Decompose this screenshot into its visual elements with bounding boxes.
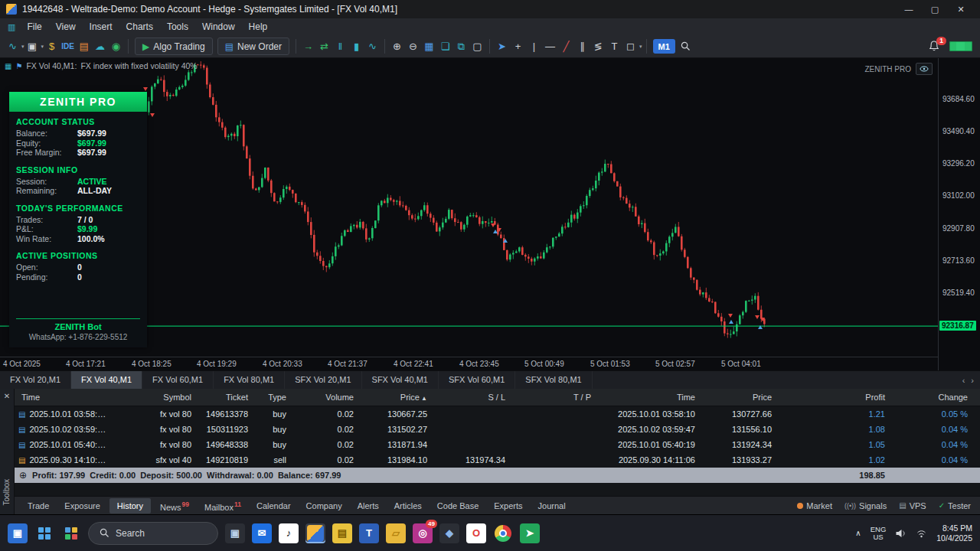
chart-tab-sfx-vol-60-m1[interactable]: SFX Vol 60,M1 [439,371,515,389]
tab-experts[interactable]: Experts [486,498,530,514]
shapes-icon[interactable]: ◻ [622,38,639,55]
tab-mailbox[interactable]: Mailbox11 [197,497,249,515]
instagram-app-icon[interactable]: ◎49 [413,523,433,543]
tabs-scroll-left-icon[interactable]: ‹ [962,376,965,385]
cloud-icon[interactable]: ☁ [92,38,108,55]
chart-tab-sfx-vol-80-m1[interactable]: SFX Vol 80,M1 [515,371,592,389]
eye-icon[interactable] [916,63,933,75]
files-app-icon[interactable]: ▣ [225,523,245,543]
bottom-signals-button[interactable]: ((•))Signals [844,501,887,510]
taskbar-clock[interactable]: 8:45 PM 10/4/2025 [936,523,972,543]
auto-scroll-icon[interactable]: ⇄ [316,38,332,55]
chart-tab-fx-vol-40-m1[interactable]: FX Vol 40,M1 [71,371,142,389]
column-header-symbol[interactable]: Symbol [142,393,198,402]
table-row[interactable]: ▤2025.10.02 03:59:…fx vol 80150311923buy… [14,422,980,437]
minimize-button[interactable]: — [896,0,922,18]
column-header-type[interactable]: Type [254,393,292,402]
column-header-price[interactable]: Price [701,393,778,402]
tab-alerts[interactable]: Alerts [350,498,387,514]
table-row[interactable]: ▤2025.09.30 14:10:…sfx vol 40149210819se… [14,452,980,468]
column-header-s-l[interactable]: S / L [433,393,511,402]
menu-help[interactable]: Help [242,18,275,35]
bottom-vps-button[interactable]: ▤VPS [899,501,926,510]
column-header-volume[interactable]: Volume [292,393,360,402]
community-icon[interactable]: ◉ [108,38,124,55]
tab-code-base[interactable]: Code Base [430,498,486,514]
tabs-scroll-right-icon[interactable]: › [971,376,974,385]
chart-tab-sfx-vol-40-m1[interactable]: SFX Vol 40,M1 [362,371,439,389]
time-axis[interactable]: 4 Oct 20254 Oct 17:214 Oct 18:254 Oct 19… [0,357,938,370]
pinned-app-icon[interactable]: ▣ [8,523,28,543]
tab-articles[interactable]: Articles [387,498,430,514]
metaeditor-icon[interactable]: ▤ [76,38,92,55]
chart-tab-fx-vol-80-m1[interactable]: FX Vol 80,M1 [214,371,285,389]
tab-calendar[interactable]: Calendar [249,498,299,514]
tab-company[interactable]: Company [299,498,350,514]
language-switcher[interactable]: ENG US [871,526,887,541]
vertical-line-icon[interactable]: | [526,38,542,55]
network-icon[interactable] [916,529,927,538]
tile-windows-icon[interactable]: ❏ [437,38,453,55]
trendline-icon[interactable]: ╱ [558,38,574,55]
cursor-icon[interactable]: ➤ [494,38,510,55]
taskbar-search[interactable]: Search [88,522,218,545]
candles-chart-icon[interactable]: ▮ [348,38,364,55]
menu-view[interactable]: View [49,18,83,35]
tab-journal[interactable]: Journal [531,498,573,514]
tiktok-app-icon[interactable]: ♪ [279,523,299,543]
market-watch-icon[interactable]: $ [44,38,60,55]
zoom-out-icon[interactable]: ⊖ [405,38,421,55]
chart-tab-sfx-vol-20-m1[interactable]: SFX Vol 20,M1 [285,371,361,389]
notifications-bell-icon[interactable]: 1 [928,40,942,54]
column-header-change[interactable]: Change [891,393,980,402]
column-header-time[interactable]: Time [597,393,701,402]
volume-icon[interactable] [895,529,906,538]
close-button[interactable]: ✕ [948,0,974,18]
crosshair-icon[interactable]: + [510,38,526,55]
discord-app-icon[interactable]: ◆ [439,523,459,543]
chart-area[interactable]: ▦ ⚑ FX Vol 40,M1: FX index with fixed vo… [0,58,980,370]
history-table-header[interactable]: TimeSymbolTicketTypeVolumePrice ▲S / LT … [14,389,980,406]
bottom-tester-button[interactable]: ✓Tester [939,501,971,510]
column-header-price[interactable]: Price ▲ [360,393,433,402]
new-order-button[interactable]: ▤New Order [217,37,289,55]
table-row[interactable]: ▤2025.10.01 05:40:…fx vol 80149648338buy… [14,437,980,452]
widgets-button[interactable] [61,523,81,543]
price-axis[interactable]: 93684.6093490.4093296.2093102.0092907.80… [938,58,980,370]
indicator-window-icon[interactable]: ▢ [469,38,485,55]
folder-app-icon[interactable]: ▱ [386,523,406,543]
metatrader5-app-icon[interactable] [305,523,325,543]
chart-window-icon[interactable]: ▣ [24,38,41,55]
tab-news[interactable]: News99 [152,497,197,515]
ide-button[interactable]: IDE [60,38,76,55]
horizontal-line-icon[interactable]: — [542,38,558,55]
timeframe-m1-button[interactable]: M1 [653,39,675,54]
menu-window[interactable]: Window [195,18,242,35]
tray-chevron-icon[interactable]: ∧ [855,529,861,537]
chart-tab-fx-vol-20-m1[interactable]: FX Vol 20,M1 [0,371,71,389]
zoom-in-icon[interactable]: ⊕ [389,38,405,55]
toolbox-close-icon[interactable]: ✕ [0,392,14,400]
menu-charts[interactable]: Charts [119,18,160,35]
tab-exposure[interactable]: Exposure [57,498,107,514]
toolbar-search-icon[interactable] [678,38,694,55]
grid-icon[interactable]: ▦ [421,38,437,55]
table-row[interactable]: ▤2025.10.01 03:58:…fx vol 80149613378buy… [14,406,980,422]
messenger-app-icon[interactable]: ✉ [252,523,272,543]
column-header-profit[interactable]: Profit [778,393,891,402]
algo-trading-button[interactable]: ▶Algo Trading [135,37,213,55]
start-button[interactable] [34,523,54,543]
column-header-t-p[interactable]: T / P [511,393,597,402]
text-tool-icon[interactable]: T [606,38,622,55]
teams-app-icon[interactable]: T [359,523,379,543]
column-header-time[interactable]: Time [14,393,142,402]
chart-shift-icon[interactable]: → [300,38,316,55]
maximize-button[interactable]: ▢ [922,0,948,18]
summary-plus-icon[interactable]: ⊕ [19,470,27,481]
chrome-app-icon[interactable] [493,523,513,543]
opera-app-icon[interactable]: O [466,523,486,543]
menu-tools[interactable]: Tools [160,18,195,35]
notes-app-icon[interactable]: ▤ [332,523,352,543]
tab-trade[interactable]: Trade [20,498,57,514]
bars-chart-icon[interactable]: ‖ [332,38,348,55]
